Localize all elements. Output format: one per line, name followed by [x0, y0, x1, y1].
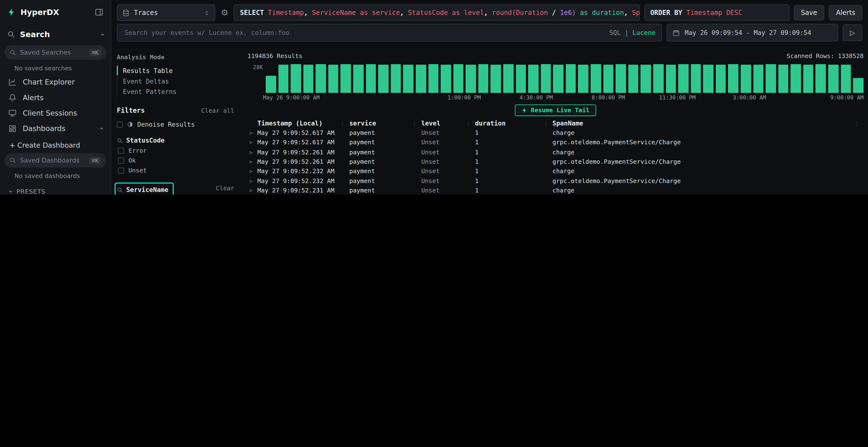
histogram-bar[interactable]: [516, 65, 526, 93]
column-header-duration[interactable]: duration⋮: [475, 118, 552, 128]
histogram-bar[interactable]: [391, 64, 401, 93]
histogram-bar[interactable]: [503, 64, 514, 93]
sidebar-item-client-sessions[interactable]: Client Sessions: [0, 105, 111, 121]
histogram-bar[interactable]: [703, 65, 713, 93]
column-menu-icon[interactable]: ⋮: [854, 120, 864, 126]
analysis-mode-event-patterns[interactable]: Event Patterns: [117, 86, 239, 97]
histogram-bar[interactable]: [591, 64, 601, 93]
analysis-mode-results-table[interactable]: Results Table: [117, 65, 239, 76]
sidebar-item-dashboards[interactable]: Dashboards›: [0, 121, 111, 136]
row-expander-icon[interactable]: >: [247, 149, 257, 155]
sidebar-item-chart-explorer[interactable]: Chart Explorer: [0, 74, 111, 90]
histogram-bar[interactable]: [441, 65, 451, 93]
histogram-bar[interactable]: [428, 64, 439, 93]
histogram-bar[interactable]: [766, 64, 776, 93]
table-row[interactable]: >May 27 9:09:52.261 AMpaymentUnset1charg…: [247, 147, 863, 157]
histogram-bar[interactable]: [466, 65, 476, 93]
resume-live-tail-button[interactable]: Resume Live Tail: [515, 104, 596, 116]
histogram-bar[interactable]: [790, 64, 801, 93]
histogram-bar[interactable]: [741, 65, 751, 93]
table-row[interactable]: >May 27 9:09:52.232 AMpaymentUnset1grpc.…: [247, 176, 863, 186]
histogram-bar[interactable]: [803, 65, 813, 93]
lucene-mode-toggle[interactable]: Lucene: [632, 29, 655, 36]
histogram-bar[interactable]: [528, 65, 539, 93]
column-header-spanname[interactable]: SpanName⋮: [552, 118, 863, 128]
clear-all-filters-link[interactable]: Clear all: [201, 107, 239, 114]
histogram-bar[interactable]: [616, 64, 626, 93]
column-menu-icon[interactable]: ⋮: [466, 120, 475, 126]
histogram-bar[interactable]: [853, 78, 863, 93]
histogram-bar[interactable]: [316, 64, 326, 93]
row-expander-icon[interactable]: >: [247, 140, 257, 146]
orderby-input[interactable]: ORDER BY Timestamp DESC: [644, 4, 789, 21]
table-row[interactable]: >May 27 9:09:52.232 AMpaymentUnset1charg…: [247, 166, 863, 176]
collapse-sidebar-icon[interactable]: [95, 8, 104, 16]
facet-header-servicename[interactable]: ServiceName: [117, 185, 168, 195]
histogram-bar[interactable]: [553, 65, 563, 93]
histogram-bar[interactable]: [491, 65, 501, 93]
table-row[interactable]: >May 27 9:09:52.617 AMpaymentUnset1charg…: [247, 128, 863, 138]
column-header-service[interactable]: service⋮: [349, 118, 421, 128]
date-range-picker[interactable]: May 26 09:09:54 - May 27 09:09:54: [666, 24, 838, 41]
column-header-timestamp-local-[interactable]: Timestamp (Local)⋮: [257, 118, 349, 128]
histogram-bar[interactable]: [453, 64, 464, 93]
sidebar-section-search[interactable]: Search ›: [0, 26, 111, 43]
saved-searches-input[interactable]: Saved Searches ⌘K: [4, 45, 106, 60]
facet-option-ok[interactable]: Ok: [117, 156, 239, 165]
histogram-bar[interactable]: [266, 76, 276, 93]
histogram-bar[interactable]: [291, 64, 301, 93]
sql-mode-toggle[interactable]: SQL: [609, 29, 621, 36]
search-input[interactable]: [123, 28, 605, 37]
column-header-level[interactable]: level⋮: [421, 118, 475, 128]
histogram-bar[interactable]: [716, 65, 726, 93]
row-expander-icon[interactable]: >: [247, 178, 257, 184]
histogram-bar[interactable]: [641, 65, 651, 93]
histogram-bar[interactable]: [666, 65, 676, 93]
histogram-bar[interactable]: [328, 65, 339, 93]
histogram-bar[interactable]: [478, 64, 489, 93]
row-expander-icon[interactable]: >: [247, 159, 257, 165]
histogram-bar[interactable]: [540, 64, 551, 93]
histogram-bar[interactable]: [303, 65, 314, 93]
presets-toggle[interactable]: › PRESETS: [0, 182, 111, 195]
table-row[interactable]: >May 27 9:09:52.617 AMpaymentUnset1grpc.…: [247, 138, 863, 147]
source-select[interactable]: Traces: [117, 4, 215, 21]
histogram-bar[interactable]: [366, 64, 376, 93]
histogram-bar[interactable]: [690, 64, 701, 93]
denoise-results-checkbox[interactable]: Denoise Results: [117, 121, 239, 128]
clear-facet-link[interactable]: Clear: [216, 185, 234, 192]
table-row[interactable]: >May 27 9:09:52.231 AMpaymentUnset1charg…: [247, 186, 863, 195]
histogram-bar[interactable]: [278, 65, 289, 93]
histogram-bar[interactable]: [841, 65, 851, 93]
facet-header-statuscode[interactable]: StatusCode: [117, 135, 239, 145]
histogram-bar[interactable]: [778, 65, 788, 93]
save-button[interactable]: Save: [794, 5, 824, 21]
sidebar-item-alerts[interactable]: Alerts: [0, 90, 111, 105]
histogram-bar[interactable]: [566, 64, 576, 93]
table-row[interactable]: >May 27 9:09:52.261 AMpaymentUnset1grpc.…: [247, 157, 863, 167]
row-expander-icon[interactable]: >: [247, 187, 257, 194]
histogram-bar[interactable]: [378, 65, 389, 93]
column-menu-icon[interactable]: ⋮: [543, 120, 552, 126]
live-tail-play-button[interactable]: ▷: [842, 24, 863, 41]
row-expander-icon[interactable]: >: [247, 130, 257, 136]
facet-option-unset[interactable]: Unset: [117, 165, 239, 175]
histogram-bar[interactable]: [578, 65, 589, 93]
saved-dashboards-input[interactable]: Saved Dashboards ⌘K: [4, 153, 106, 168]
histogram-bar[interactable]: [341, 64, 351, 93]
histogram-bar[interactable]: [603, 65, 614, 93]
histogram-bar[interactable]: [416, 65, 426, 93]
histogram-bar[interactable]: [728, 64, 739, 93]
column-menu-icon[interactable]: ⋮: [412, 120, 421, 126]
alerts-button[interactable]: Alerts: [829, 5, 863, 21]
histogram-bar[interactable]: [653, 64, 663, 93]
row-expander-icon[interactable]: >: [247, 168, 257, 174]
histogram-bar[interactable]: [828, 65, 839, 93]
facet-option-error[interactable]: Error: [117, 145, 239, 156]
analysis-mode-event-deltas[interactable]: Event Deltas: [117, 76, 239, 87]
source-settings-gear-icon[interactable]: ⚙: [220, 9, 229, 17]
histogram-bar[interactable]: [753, 65, 764, 93]
histogram-bar[interactable]: [628, 65, 639, 93]
histogram-bar[interactable]: [816, 64, 826, 93]
histogram-bar[interactable]: [678, 64, 689, 93]
